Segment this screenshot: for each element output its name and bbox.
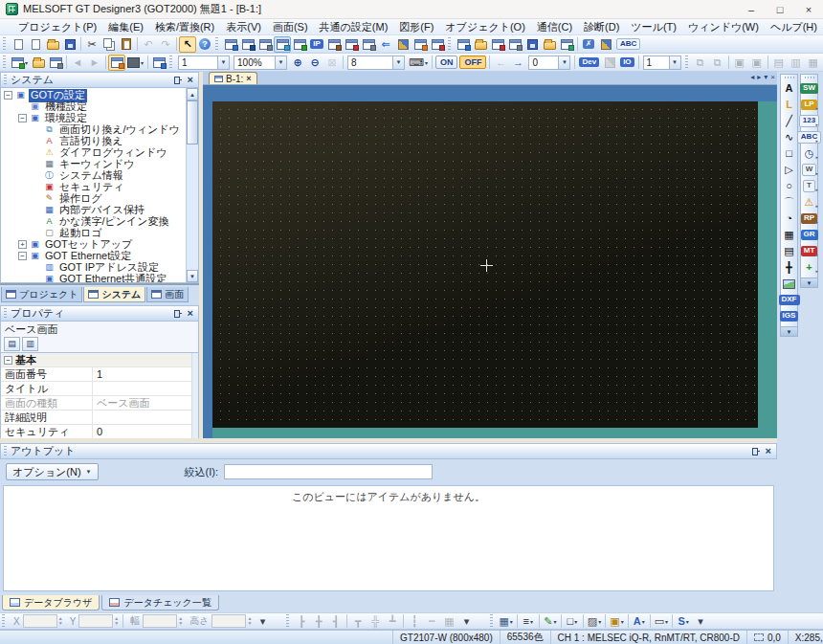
tab-screen[interactable]: 画面 bbox=[146, 287, 189, 302]
window-screen-list-button[interactable] bbox=[239, 36, 256, 53]
paste-button[interactable] bbox=[118, 36, 135, 53]
close-icon[interactable]: × bbox=[766, 447, 771, 455]
project-wizard-button[interactable] bbox=[27, 36, 44, 53]
device-on-button[interactable]: ON bbox=[435, 56, 458, 69]
zoom-combo[interactable]: 100%▼ bbox=[234, 56, 287, 70]
system-label-list-button[interactable] bbox=[291, 36, 308, 53]
write-to-got-button[interactable]: ⇐ bbox=[377, 36, 394, 53]
chevron-down-icon[interactable]: ▼ bbox=[558, 56, 569, 69]
screen-call-button[interactable] bbox=[343, 36, 360, 53]
select-mode-button[interactable]: ↖ bbox=[179, 36, 196, 53]
graph-object-button[interactable]: GR▸ bbox=[801, 227, 817, 243]
library-button[interactable] bbox=[541, 36, 558, 53]
circle-button[interactable]: ○ bbox=[781, 178, 797, 194]
close-icon[interactable]: × bbox=[188, 309, 193, 318]
parts-button[interactable]: +▸ bbox=[801, 259, 817, 276]
property-row[interactable]: セキュリティ0 bbox=[1, 425, 198, 439]
y-position-spinner-value[interactable] bbox=[78, 614, 113, 628]
device-next-button[interactable]: → bbox=[509, 55, 526, 71]
got-screen-canvas[interactable] bbox=[212, 101, 758, 428]
options-button[interactable]: オプション(N) ▼ bbox=[6, 463, 99, 480]
scroll-down-icon[interactable]: ▼ bbox=[187, 270, 198, 282]
menu-item-1[interactable]: プロジェクト(P) bbox=[12, 20, 102, 34]
device-point-combo[interactable]: 0▼ bbox=[528, 56, 570, 70]
text-display-button[interactable]: ABC▸ bbox=[801, 129, 817, 145]
table-button[interactable]: ▦ bbox=[781, 227, 797, 243]
close-icon[interactable]: × bbox=[188, 76, 193, 84]
spinner-arrows-icon[interactable]: ▲▼ bbox=[178, 616, 183, 626]
property-row[interactable]: 詳細説明 bbox=[1, 411, 198, 425]
arc-button[interactable]: ⌒ bbox=[781, 194, 797, 211]
scrollbar-thumb[interactable] bbox=[187, 100, 198, 144]
tab-close-icon[interactable]: × bbox=[246, 74, 251, 83]
scale-button[interactable]: ▤ bbox=[781, 243, 797, 259]
tab-close-button[interactable]: × bbox=[770, 73, 775, 81]
screen-color-button[interactable]: ▾ bbox=[125, 55, 145, 71]
collapse-icon[interactable]: − bbox=[18, 114, 27, 122]
image-button[interactable] bbox=[781, 276, 797, 292]
menu-item-7[interactable]: 図形(F) bbox=[393, 20, 439, 34]
width-spinner-value[interactable] bbox=[143, 614, 177, 628]
clock-object-button[interactable]: ◷▸ bbox=[801, 145, 817, 162]
fill-color-button[interactable]: ▣▾ bbox=[608, 613, 625, 630]
tree-item[interactable]: ▣GOT Ethernet共通設定 bbox=[1, 273, 186, 282]
x-position-spinner[interactable]: X▲▼ bbox=[11, 614, 63, 628]
screen-preview-button[interactable] bbox=[108, 55, 125, 71]
pin-icon[interactable] bbox=[173, 76, 183, 84]
preview-button[interactable] bbox=[506, 36, 523, 53]
numerical-display-button[interactable]: 123▸ bbox=[801, 113, 817, 129]
polygon-button[interactable]: ▷ bbox=[781, 162, 797, 178]
open-screen-folder-button[interactable] bbox=[30, 55, 47, 71]
line-button[interactable]: ╱ bbox=[781, 113, 797, 129]
sort-view-button[interactable]: ▥ bbox=[22, 337, 38, 351]
tab-data-browser[interactable]: データブラウザ bbox=[2, 595, 100, 611]
pattern-button[interactable]: ▨▾ bbox=[586, 613, 603, 630]
data-transfer-button[interactable] bbox=[394, 36, 412, 53]
alarm-display-button[interactable]: ⚠▸ bbox=[801, 194, 817, 211]
meter-object-button[interactable]: MT▸ bbox=[801, 243, 817, 259]
spinner-arrows-icon[interactable]: ▲▼ bbox=[58, 616, 63, 626]
property-grid-scrollbar[interactable] bbox=[191, 353, 198, 439]
category-view-button[interactable]: ▤ bbox=[4, 337, 20, 351]
chevron-down-icon[interactable]: ▼ bbox=[217, 56, 229, 69]
menu-item-9[interactable]: 通信(C) bbox=[531, 20, 578, 34]
logo-text-button[interactable]: L bbox=[781, 97, 797, 113]
piping-button[interactable]: ╋ bbox=[781, 259, 797, 276]
open-screen-button[interactable] bbox=[472, 36, 489, 53]
channel-combo[interactable]: 1▼ bbox=[643, 56, 681, 70]
word-comment-button[interactable]: W▸ bbox=[801, 162, 817, 178]
chevron-down-icon[interactable]: ▼ bbox=[275, 56, 286, 69]
lamp-object-button[interactable]: LP▸ bbox=[801, 97, 817, 113]
style-overflow-button[interactable]: ▾ bbox=[692, 613, 709, 630]
zoom-in-button[interactable]: ⊕ bbox=[289, 55, 306, 71]
chevron-down-icon[interactable]: ▼ bbox=[669, 56, 680, 69]
pin-icon[interactable] bbox=[751, 447, 761, 455]
toolbar-grip[interactable] bbox=[215, 37, 218, 51]
figure-toolbar-overflow-button[interactable]: ▼ bbox=[781, 326, 797, 336]
menu-item-10[interactable]: 診断(D) bbox=[578, 20, 625, 34]
frame-color-button[interactable]: ▭▾ bbox=[653, 613, 670, 630]
toolbar-grip[interactable] bbox=[448, 37, 451, 51]
spinner-arrows-icon[interactable]: ▲▼ bbox=[247, 616, 252, 626]
toolbar-grip[interactable] bbox=[2, 614, 5, 628]
toolbar-grip[interactable] bbox=[3, 37, 6, 51]
verify-button[interactable] bbox=[429, 36, 446, 53]
tree-scrollbar[interactable]: ▲ ▼ bbox=[186, 88, 198, 282]
align-overflow-button[interactable]: ▾ bbox=[457, 613, 475, 630]
device-monitor-button[interactable]: Dev bbox=[577, 55, 601, 71]
property-section-row[interactable]: −基本 bbox=[1, 353, 198, 367]
read-from-got-button[interactable] bbox=[412, 36, 429, 53]
report-screen-list-button[interactable] bbox=[256, 36, 274, 53]
data-check-button[interactable] bbox=[597, 36, 614, 53]
shadow-color-button[interactable]: S▾ bbox=[675, 613, 692, 630]
io-monitor-button[interactable]: IO bbox=[618, 55, 635, 71]
device-off-button[interactable]: OFF bbox=[459, 56, 486, 69]
switch-object-button[interactable]: SW▸ bbox=[801, 80, 817, 97]
zoom-out-button[interactable]: ⊖ bbox=[306, 55, 323, 71]
width-spinner[interactable]: 幅▲▼ bbox=[127, 614, 183, 628]
screen-property-button[interactable] bbox=[455, 36, 472, 53]
close-screen-button2[interactable] bbox=[47, 55, 64, 71]
new-project-button[interactable] bbox=[10, 36, 27, 53]
menu-item-8[interactable]: オブジェクト(O) bbox=[439, 20, 530, 34]
open-project-button[interactable] bbox=[44, 36, 61, 53]
